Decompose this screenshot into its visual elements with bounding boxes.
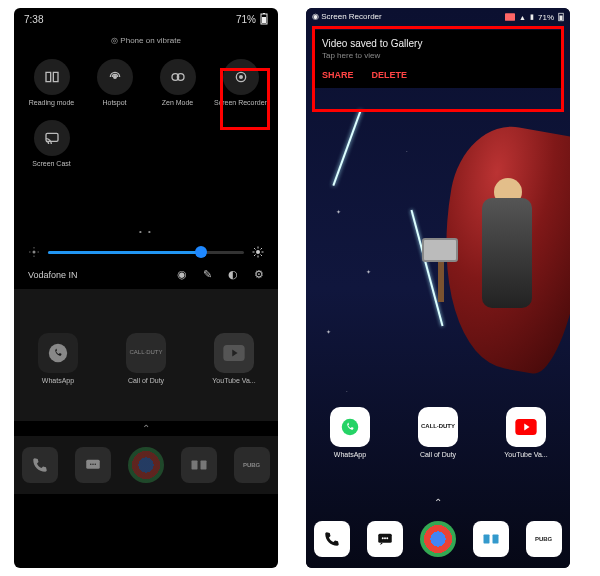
svg-rect-44 <box>492 535 498 544</box>
book-icon <box>44 69 60 85</box>
dock: PUBG <box>14 436 278 494</box>
svg-rect-2 <box>263 13 265 14</box>
status-right: 71% <box>236 13 268 25</box>
youtube-icon <box>515 419 537 435</box>
dock-mx-player[interactable] <box>181 447 217 483</box>
dock-phone[interactable] <box>22 447 58 483</box>
vibrate-text: Phone on vibrate <box>120 36 181 45</box>
app-drawer-handle[interactable]: ⌃ <box>306 495 570 510</box>
app-label: WhatsApp <box>42 377 74 384</box>
qs-screen-cast[interactable]: Screen Cast <box>20 120 83 167</box>
mx-icon <box>482 530 500 548</box>
svg-line-21 <box>254 255 256 257</box>
svg-line-20 <box>261 255 263 257</box>
app-label: WhatsApp <box>334 451 366 458</box>
dock-pubg[interactable]: PUBG <box>234 447 270 483</box>
cod-icon: CALL·DUTY <box>126 333 166 373</box>
mx-icon <box>190 456 208 474</box>
whatsapp-icon <box>47 342 69 364</box>
home-row: WhatsApp CALL·DUTY Call of Duty YouTube … <box>306 363 570 495</box>
svg-point-28 <box>92 464 94 466</box>
cod-icon: CALL·DUTY <box>418 407 458 447</box>
phone-left-quicksettings: 7:38 71% ◎ Phone on vibrate Reading mode… <box>14 8 278 568</box>
page-indicator: • • <box>14 167 278 236</box>
quick-settings-row2: Screen Cast <box>14 106 278 167</box>
cast-icon <box>44 130 60 146</box>
svg-rect-30 <box>191 461 197 470</box>
dock-chrome[interactable] <box>128 447 164 483</box>
svg-rect-32 <box>505 13 515 21</box>
brightness-low-icon <box>28 246 40 258</box>
pubg-icon: PUBG <box>535 536 552 542</box>
battery-percent: 71% <box>538 13 554 22</box>
svg-point-7 <box>239 75 243 79</box>
svg-rect-31 <box>200 461 206 470</box>
phone-right-home: ✦ ✦ ✦ · · ◉ Screen Recorder ▲ ▮ 71% Vide… <box>306 8 570 568</box>
app-youtube-vanced[interactable]: YouTube Va... <box>199 333 269 384</box>
globe-icon[interactable]: ◐ <box>228 268 238 281</box>
app-call-of-duty[interactable]: CALL·DUTY Call of Duty <box>403 407 473 458</box>
cast-status-icon <box>505 13 515 21</box>
notification-title: Video saved to Gallery <box>322 38 554 49</box>
qs-label: Zen Mode <box>162 99 194 106</box>
record-icon <box>233 69 249 85</box>
dock-messages[interactable] <box>367 521 403 557</box>
svg-point-36 <box>342 418 359 435</box>
home-row: WhatsApp CALL·DUTY Call of Duty YouTube … <box>14 289 278 421</box>
youtube-icon <box>223 345 245 361</box>
dock: PUBG <box>306 510 570 568</box>
notification-screen-recorder[interactable]: Video saved to Gallery Tap here to view … <box>312 30 564 88</box>
settings-gear-icon[interactable]: ⚙ <box>254 268 264 281</box>
qs-label: Screen Recorder <box>214 99 267 106</box>
qs-zen-mode[interactable]: Zen Mode <box>146 59 209 106</box>
qs-label: Screen Cast <box>32 160 71 167</box>
pubg-icon: PUBG <box>243 462 260 468</box>
qs-screen-recorder[interactable]: Screen Recorder <box>209 59 272 106</box>
qs-label: Reading mode <box>29 99 75 106</box>
clock: 7:38 <box>24 14 43 25</box>
recording-indicator: ◉ Screen Recorder <box>312 12 382 22</box>
svg-point-42 <box>386 537 388 539</box>
battery-icon <box>260 13 268 25</box>
svg-rect-34 <box>560 16 563 21</box>
whatsapp-icon <box>339 416 361 438</box>
dock-mx-player[interactable] <box>473 521 509 557</box>
messages-icon <box>84 456 102 474</box>
app-label: YouTube Va... <box>504 451 547 458</box>
app-label: YouTube Va... <box>212 377 255 384</box>
svg-point-29 <box>95 464 97 466</box>
phone-icon <box>31 456 49 474</box>
phone-icon <box>323 530 341 548</box>
notification-subtitle: Tap here to view <box>322 51 554 60</box>
dock-phone[interactable] <box>314 521 350 557</box>
dock-chrome[interactable] <box>420 521 456 557</box>
app-whatsapp[interactable]: WhatsApp <box>315 407 385 458</box>
status-bar: ◉ Screen Recorder ▲ ▮ 71% <box>312 12 564 22</box>
notification-delete-button[interactable]: DELETE <box>372 70 408 80</box>
app-whatsapp[interactable]: WhatsApp <box>23 333 93 384</box>
app-youtube-vanced[interactable]: YouTube Va... <box>491 407 561 458</box>
svg-point-3 <box>113 76 116 79</box>
svg-point-27 <box>90 464 92 466</box>
svg-point-40 <box>382 537 384 539</box>
dock-pubg[interactable]: PUBG <box>526 521 562 557</box>
svg-point-14 <box>256 250 260 254</box>
edit-icon[interactable]: ✎ <box>203 268 212 281</box>
dock-messages[interactable] <box>75 447 111 483</box>
user-switch-icon[interactable]: ◉ <box>177 268 187 281</box>
app-call-of-duty[interactable]: CALL·DUTY Call of Duty <box>111 333 181 384</box>
carrier-name: Vodafone IN <box>28 270 78 280</box>
notification-share-button[interactable]: SHARE <box>322 70 354 80</box>
qs-hotspot[interactable]: Hotspot <box>83 59 146 106</box>
brightness-slider-row <box>14 236 278 266</box>
battery-icon <box>558 12 564 22</box>
app-drawer-handle[interactable]: ⌃ <box>14 421 278 436</box>
qs-reading-mode[interactable]: Reading mode <box>20 59 83 106</box>
quick-settings-row1: Reading mode Hotspot Zen Mode Screen Rec… <box>14 55 278 106</box>
svg-rect-43 <box>483 535 489 544</box>
svg-rect-1 <box>262 17 266 23</box>
app-label: Call of Duty <box>420 451 456 458</box>
vibrate-icon: ◎ <box>111 36 120 45</box>
hotspot-icon <box>107 69 123 85</box>
brightness-slider[interactable] <box>48 251 244 254</box>
